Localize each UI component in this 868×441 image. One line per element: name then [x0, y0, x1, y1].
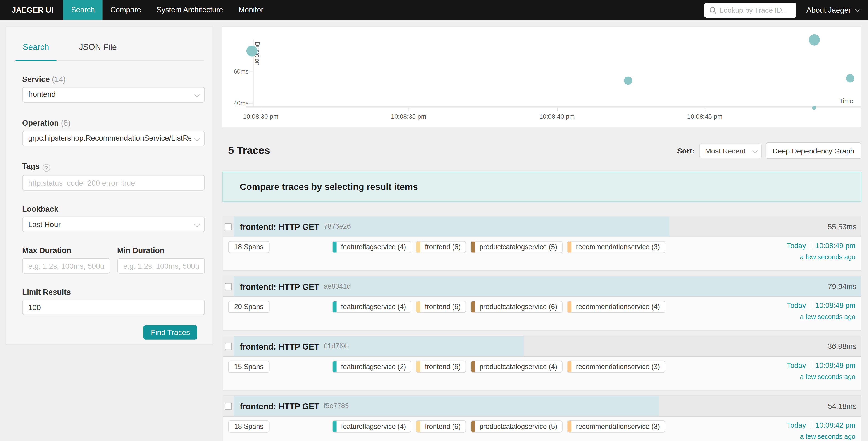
limit-results-label: Limit Results: [22, 288, 205, 296]
scatter-dot[interactable]: [812, 106, 816, 110]
results-header: 5 Traces Sort: Most Recent Deep Dependen…: [221, 138, 862, 164]
duration-fields: Max Duration Min Duration: [22, 246, 205, 273]
trace-card-body: 20 Spans featureflagservice (4) frontend…: [223, 297, 861, 330]
help-icon[interactable]: ?: [42, 164, 50, 172]
trace-select-checkbox[interactable]: [225, 343, 232, 350]
trace-relative-time: a few seconds ago: [787, 253, 855, 261]
find-traces-row: Find Traces: [22, 315, 205, 340]
service-badge: recommendationservice (3): [567, 241, 665, 253]
trace-title-link[interactable]: frontend: HTTP GET: [240, 282, 319, 291]
service-color-strip: [471, 361, 475, 372]
tab-json-file[interactable]: JSON File: [72, 42, 124, 60]
service-color-strip: [568, 421, 571, 432]
trace-time[interactable]: 10:08:42 pm: [815, 421, 855, 429]
trace-select-checkbox[interactable]: [225, 403, 232, 410]
service-badge: frontend (6): [416, 241, 466, 253]
trace-lookup-input[interactable]: [719, 6, 791, 14]
search-form: Service(14) frontend Operation(8) grpc.h…: [6, 75, 213, 340]
trace-date-time[interactable]: Today 10:08:48 pm: [787, 301, 855, 310]
max-duration-input[interactable]: [22, 258, 110, 274]
operation-label: Operation(8): [22, 118, 205, 127]
lookback-field: Lookback Last Hour: [22, 204, 205, 232]
lookback-label: Lookback: [22, 204, 205, 213]
trace-select-checkbox[interactable]: [225, 283, 232, 290]
service-badge-list: featureflagservice (4) frontend (6) prod…: [332, 420, 665, 433]
x-axis-label: Time: [839, 97, 853, 104]
y-tick-dash: [249, 103, 253, 104]
chevron-down-icon: [855, 6, 860, 12]
min-duration-input[interactable]: [117, 258, 205, 274]
service-badge-label: featureflagservice (4): [337, 241, 411, 253]
service-label: Service(14): [22, 75, 205, 83]
trace-date[interactable]: Today: [787, 301, 806, 310]
service-color-strip: [333, 361, 337, 372]
trace-result-card[interactable]: frontend: HTTP GET 01d7f9b 36.98ms 15 Sp…: [223, 336, 862, 390]
x-tick-label: 10:08:30 pm: [236, 113, 285, 120]
trace-date[interactable]: Today: [787, 361, 806, 370]
trace-select-checkbox[interactable]: [225, 223, 232, 230]
trace-date-time[interactable]: Today 10:08:42 pm: [787, 421, 855, 429]
duration-scatter-plot: Duration 60ms 40ms 10:08:30 pm 10:08:35 …: [221, 27, 862, 127]
sort-select[interactable]: Most Recent: [699, 143, 762, 158]
scatter-dot[interactable]: [624, 77, 632, 85]
limit-results-input[interactable]: [22, 300, 205, 315]
service-color-strip: [333, 301, 337, 313]
service-badge-label: featureflagservice (4): [337, 301, 411, 313]
tab-search[interactable]: Search: [16, 42, 56, 61]
trace-date-time[interactable]: Today 10:08:49 pm: [787, 241, 855, 250]
service-badge-label: frontend (6): [421, 421, 466, 432]
trace-title-link[interactable]: frontend: HTTP GET: [240, 401, 319, 411]
trace-result-card[interactable]: frontend: HTTP GET ae8341d 79.94ms 20 Sp…: [223, 276, 862, 330]
trace-time-block: Today 10:08:49 pm a few seconds ago: [787, 241, 855, 261]
service-badge-label: featureflagservice (4): [337, 421, 411, 432]
service-color-strip: [333, 421, 337, 432]
x-tick-dash: [705, 108, 705, 111]
trace-date[interactable]: Today: [787, 241, 806, 250]
deep-dependency-graph-button[interactable]: Deep Dependency Graph: [766, 142, 862, 159]
chevron-down-icon: [752, 148, 757, 153]
operation-select[interactable]: grpc.hipstershop.RecommendationService/L…: [22, 130, 205, 146]
service-select[interactable]: frontend: [22, 87, 205, 102]
service-color-strip: [416, 361, 421, 372]
app-logo[interactable]: JAEGER UI: [0, 0, 63, 20]
search-icon: [709, 6, 716, 13]
trace-date-time[interactable]: Today 10:08:48 pm: [787, 361, 855, 370]
service-color-strip: [416, 301, 421, 313]
nav-item-monitor[interactable]: Monitor: [231, 0, 271, 20]
operation-count: (8): [61, 118, 70, 127]
y-tick-40ms: 40ms: [222, 99, 248, 106]
trace-id: 01d7f9b: [324, 342, 349, 350]
scatter-dot[interactable]: [809, 34, 820, 46]
x-tick-dash: [557, 108, 557, 111]
trace-time[interactable]: 10:08:48 pm: [815, 301, 855, 310]
span-count-chip: 18 Spans: [228, 241, 270, 253]
x-tick-label: 10:08:40 pm: [532, 113, 582, 120]
trace-result-card[interactable]: frontend: HTTP GET f5e7783 54.18ms 18 Sp…: [223, 395, 862, 441]
nav-item-search[interactable]: Search: [63, 0, 102, 20]
trace-date[interactable]: Today: [787, 421, 806, 429]
trace-id: f5e7783: [324, 402, 349, 410]
trace-relative-time: a few seconds ago: [787, 373, 855, 381]
x-axis-line: [246, 107, 861, 108]
nav-item-system-architecture[interactable]: System Architecture: [149, 0, 231, 20]
trace-result-card[interactable]: frontend: HTTP GET 7876e26 55.53ms 18 Sp…: [223, 216, 862, 271]
trace-time[interactable]: 10:08:49 pm: [815, 241, 855, 250]
about-jaeger-menu[interactable]: About Jaeger: [806, 6, 859, 14]
nav-item-compare[interactable]: Compare: [102, 0, 149, 20]
find-traces-button[interactable]: Find Traces: [144, 325, 197, 340]
tags-label: Tags?: [22, 161, 205, 172]
trace-title-link[interactable]: frontend: HTTP GET: [240, 222, 319, 231]
compare-banner: Compare traces by selecting result items: [223, 172, 862, 202]
tags-input[interactable]: [22, 175, 205, 190]
service-badge: frontend (6): [416, 301, 466, 313]
trace-title-link[interactable]: frontend: HTTP GET: [240, 342, 319, 351]
service-color-strip: [471, 421, 475, 432]
date-time-divider: [810, 242, 811, 249]
lookback-select[interactable]: Last Hour: [22, 217, 205, 232]
y-tick-60ms: 60ms: [222, 68, 248, 75]
scatter-dot[interactable]: [246, 45, 257, 56]
trace-time[interactable]: 10:08:48 pm: [815, 361, 855, 370]
date-time-divider: [810, 362, 811, 369]
service-badge: featureflagservice (2): [332, 361, 412, 373]
scatter-dot[interactable]: [846, 75, 854, 83]
